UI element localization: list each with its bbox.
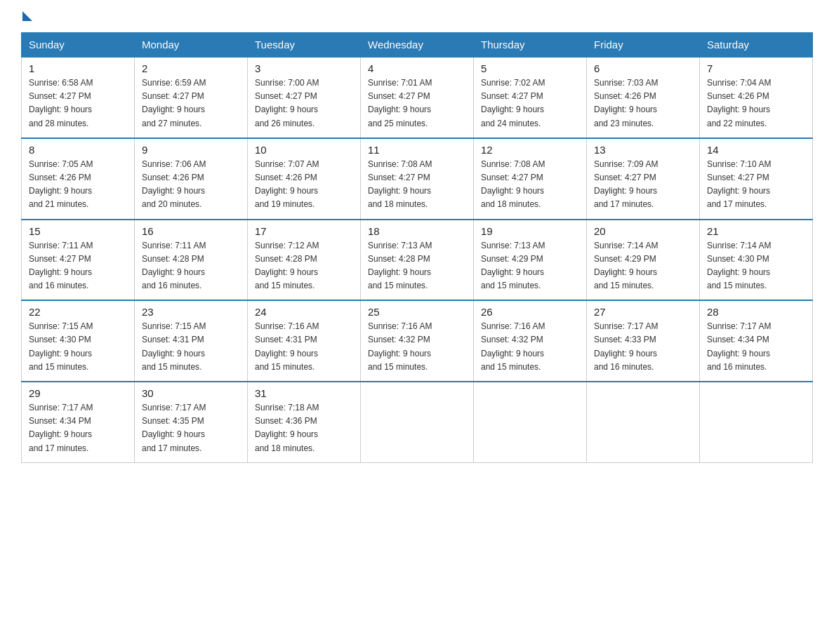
day-number: 10 bbox=[255, 144, 353, 156]
table-row: 25Sunrise: 7:16 AMSunset: 4:32 PMDayligh… bbox=[361, 300, 474, 382]
table-row: 11Sunrise: 7:08 AMSunset: 4:27 PMDayligh… bbox=[361, 138, 474, 220]
table-row: 5Sunrise: 7:02 AMSunset: 4:27 PMDaylight… bbox=[474, 57, 587, 138]
day-info: Sunrise: 7:13 AMSunset: 4:29 PMDaylight:… bbox=[481, 239, 579, 293]
day-info: Sunrise: 7:15 AMSunset: 4:31 PMDaylight:… bbox=[142, 320, 240, 374]
col-header-wednesday: Wednesday bbox=[361, 33, 474, 58]
day-info: Sunrise: 7:01 AMSunset: 4:27 PMDaylight:… bbox=[368, 76, 466, 130]
col-header-friday: Friday bbox=[587, 33, 700, 58]
table-row: 31Sunrise: 7:18 AMSunset: 4:36 PMDayligh… bbox=[248, 382, 361, 462]
table-row: 13Sunrise: 7:09 AMSunset: 4:27 PMDayligh… bbox=[587, 138, 700, 220]
table-row: 28Sunrise: 7:17 AMSunset: 4:34 PMDayligh… bbox=[700, 300, 813, 382]
day-number: 8 bbox=[29, 144, 127, 156]
day-number: 24 bbox=[255, 306, 353, 318]
day-info: Sunrise: 7:14 AMSunset: 4:29 PMDaylight:… bbox=[594, 239, 692, 293]
day-number: 21 bbox=[707, 225, 805, 237]
table-row: 20Sunrise: 7:14 AMSunset: 4:29 PMDayligh… bbox=[587, 220, 700, 301]
day-number: 17 bbox=[255, 225, 353, 237]
day-info: Sunrise: 7:16 AMSunset: 4:32 PMDaylight:… bbox=[368, 320, 466, 374]
day-number: 14 bbox=[707, 144, 805, 156]
day-info: Sunrise: 7:13 AMSunset: 4:28 PMDaylight:… bbox=[368, 239, 466, 293]
day-number: 11 bbox=[368, 144, 466, 156]
day-info: Sunrise: 7:04 AMSunset: 4:26 PMDaylight:… bbox=[707, 76, 805, 130]
table-row: 26Sunrise: 7:16 AMSunset: 4:32 PMDayligh… bbox=[474, 300, 587, 382]
table-row: 29Sunrise: 7:17 AMSunset: 4:34 PMDayligh… bbox=[22, 382, 135, 462]
table-row: 30Sunrise: 7:17 AMSunset: 4:35 PMDayligh… bbox=[135, 382, 248, 462]
logo-text bbox=[21, 14, 32, 21]
calendar-table: SundayMondayTuesdayWednesdayThursdayFrid… bbox=[21, 32, 813, 463]
day-number: 27 bbox=[594, 306, 692, 318]
col-header-sunday: Sunday bbox=[22, 33, 135, 58]
table-row: 24Sunrise: 7:16 AMSunset: 4:31 PMDayligh… bbox=[248, 300, 361, 382]
day-number: 16 bbox=[142, 225, 240, 237]
day-info: Sunrise: 7:06 AMSunset: 4:26 PMDaylight:… bbox=[142, 158, 240, 212]
day-info: Sunrise: 7:18 AMSunset: 4:36 PMDaylight:… bbox=[255, 401, 353, 455]
day-number: 26 bbox=[481, 306, 579, 318]
day-info: Sunrise: 7:05 AMSunset: 4:26 PMDaylight:… bbox=[29, 158, 127, 212]
col-header-thursday: Thursday bbox=[474, 33, 587, 58]
day-number: 3 bbox=[255, 62, 353, 74]
day-number: 2 bbox=[142, 62, 240, 74]
table-row: 22Sunrise: 7:15 AMSunset: 4:30 PMDayligh… bbox=[22, 300, 135, 382]
table-row bbox=[700, 382, 813, 462]
day-info: Sunrise: 7:10 AMSunset: 4:27 PMDaylight:… bbox=[707, 158, 805, 212]
table-row: 19Sunrise: 7:13 AMSunset: 4:29 PMDayligh… bbox=[474, 220, 587, 301]
day-info: Sunrise: 7:11 AMSunset: 4:27 PMDaylight:… bbox=[29, 239, 127, 293]
day-info: Sunrise: 7:17 AMSunset: 4:34 PMDaylight:… bbox=[707, 320, 805, 374]
day-number: 13 bbox=[594, 144, 692, 156]
col-header-saturday: Saturday bbox=[700, 33, 813, 58]
day-number: 31 bbox=[255, 387, 353, 399]
day-info: Sunrise: 7:16 AMSunset: 4:32 PMDaylight:… bbox=[481, 320, 579, 374]
day-info: Sunrise: 7:08 AMSunset: 4:27 PMDaylight:… bbox=[481, 158, 579, 212]
week-row-1: 1Sunrise: 6:58 AMSunset: 4:27 PMDaylight… bbox=[22, 57, 813, 138]
col-header-tuesday: Tuesday bbox=[248, 33, 361, 58]
day-number: 25 bbox=[368, 306, 466, 318]
day-info: Sunrise: 7:09 AMSunset: 4:27 PMDaylight:… bbox=[594, 158, 692, 212]
week-row-5: 29Sunrise: 7:17 AMSunset: 4:34 PMDayligh… bbox=[22, 382, 813, 462]
table-row: 18Sunrise: 7:13 AMSunset: 4:28 PMDayligh… bbox=[361, 220, 474, 301]
day-number: 29 bbox=[29, 387, 127, 399]
table-row: 10Sunrise: 7:07 AMSunset: 4:26 PMDayligh… bbox=[248, 138, 361, 220]
table-row: 23Sunrise: 7:15 AMSunset: 4:31 PMDayligh… bbox=[135, 300, 248, 382]
day-info: Sunrise: 7:14 AMSunset: 4:30 PMDaylight:… bbox=[707, 239, 805, 293]
day-number: 18 bbox=[368, 225, 466, 237]
day-number: 7 bbox=[707, 62, 805, 74]
day-number: 19 bbox=[481, 225, 579, 237]
day-number: 1 bbox=[29, 62, 127, 74]
logo bbox=[21, 14, 32, 21]
table-row: 12Sunrise: 7:08 AMSunset: 4:27 PMDayligh… bbox=[474, 138, 587, 220]
table-row: 14Sunrise: 7:10 AMSunset: 4:27 PMDayligh… bbox=[700, 138, 813, 220]
table-row: 9Sunrise: 7:06 AMSunset: 4:26 PMDaylight… bbox=[135, 138, 248, 220]
table-row: 17Sunrise: 7:12 AMSunset: 4:28 PMDayligh… bbox=[248, 220, 361, 301]
day-info: Sunrise: 7:12 AMSunset: 4:28 PMDaylight:… bbox=[255, 239, 353, 293]
day-info: Sunrise: 7:08 AMSunset: 4:27 PMDaylight:… bbox=[368, 158, 466, 212]
day-info: Sunrise: 7:15 AMSunset: 4:30 PMDaylight:… bbox=[29, 320, 127, 374]
day-info: Sunrise: 7:17 AMSunset: 4:33 PMDaylight:… bbox=[594, 320, 692, 374]
day-info: Sunrise: 7:16 AMSunset: 4:31 PMDaylight:… bbox=[255, 320, 353, 374]
day-number: 28 bbox=[707, 306, 805, 318]
table-row: 27Sunrise: 7:17 AMSunset: 4:33 PMDayligh… bbox=[587, 300, 700, 382]
day-number: 6 bbox=[594, 62, 692, 74]
table-row: 7Sunrise: 7:04 AMSunset: 4:26 PMDaylight… bbox=[700, 57, 813, 138]
day-info: Sunrise: 7:11 AMSunset: 4:28 PMDaylight:… bbox=[142, 239, 240, 293]
table-row: 4Sunrise: 7:01 AMSunset: 4:27 PMDaylight… bbox=[361, 57, 474, 138]
day-number: 22 bbox=[29, 306, 127, 318]
day-number: 12 bbox=[481, 144, 579, 156]
week-row-3: 15Sunrise: 7:11 AMSunset: 4:27 PMDayligh… bbox=[22, 220, 813, 301]
day-info: Sunrise: 7:17 AMSunset: 4:35 PMDaylight:… bbox=[142, 401, 240, 455]
calendar-header-row: SundayMondayTuesdayWednesdayThursdayFrid… bbox=[22, 33, 813, 58]
table-row bbox=[361, 382, 474, 462]
day-info: Sunrise: 7:03 AMSunset: 4:26 PMDaylight:… bbox=[594, 76, 692, 130]
day-info: Sunrise: 7:02 AMSunset: 4:27 PMDaylight:… bbox=[481, 76, 579, 130]
table-row: 6Sunrise: 7:03 AMSunset: 4:26 PMDaylight… bbox=[587, 57, 700, 138]
day-number: 20 bbox=[594, 225, 692, 237]
day-number: 15 bbox=[29, 225, 127, 237]
table-row: 1Sunrise: 6:58 AMSunset: 4:27 PMDaylight… bbox=[22, 57, 135, 138]
table-row bbox=[587, 382, 700, 462]
day-number: 5 bbox=[481, 62, 579, 74]
page-header bbox=[21, 14, 813, 21]
day-number: 30 bbox=[142, 387, 240, 399]
logo-arrow-icon bbox=[22, 11, 32, 21]
table-row bbox=[474, 382, 587, 462]
week-row-4: 22Sunrise: 7:15 AMSunset: 4:30 PMDayligh… bbox=[22, 300, 813, 382]
day-info: Sunrise: 7:17 AMSunset: 4:34 PMDaylight:… bbox=[29, 401, 127, 455]
